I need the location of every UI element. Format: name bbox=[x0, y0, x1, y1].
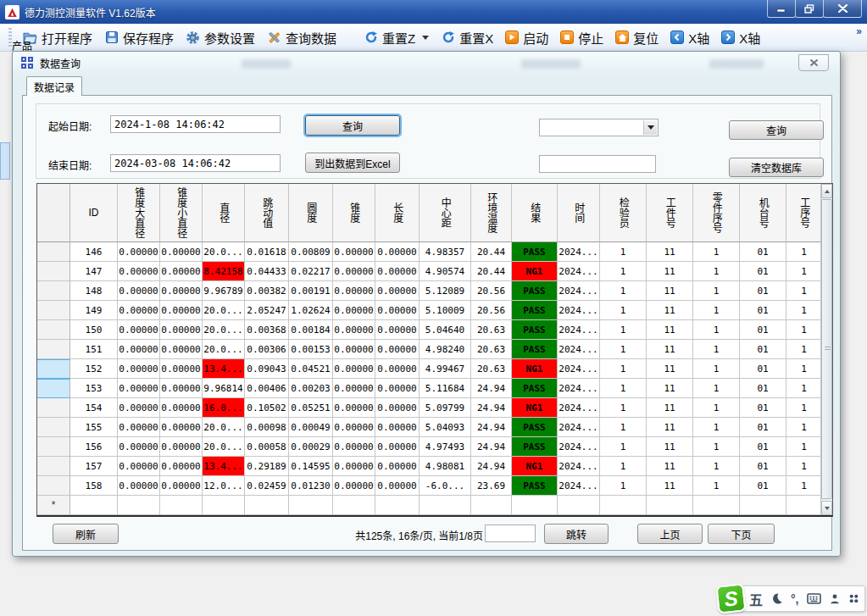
table-cell[interactable]: 11 bbox=[647, 340, 693, 359]
table-cell[interactable] bbox=[289, 496, 333, 515]
scroll-down-icon[interactable] bbox=[821, 501, 832, 515]
toolbar-xaxis-right-button[interactable]: X轴 bbox=[715, 26, 766, 49]
table-cell[interactable] bbox=[203, 496, 245, 515]
table-cell[interactable] bbox=[375, 496, 420, 515]
table-cell[interactable]: 24.94 bbox=[471, 379, 512, 398]
table-cell[interactable]: PASS bbox=[512, 340, 558, 359]
jump-button[interactable]: 跳转 bbox=[544, 524, 609, 544]
table-cell[interactable]: PASS bbox=[512, 242, 558, 262]
table-cell[interactable]: 0.00000 bbox=[375, 301, 420, 320]
table-cell[interactable]: 01 bbox=[740, 359, 786, 379]
table-cell[interactable] bbox=[558, 496, 600, 515]
toolbar-reset-z-button[interactable]: 重置Z bbox=[358, 26, 435, 49]
table-cell[interactable]: 0.00000 bbox=[375, 379, 420, 398]
clear-database-button[interactable]: 清空数据库 bbox=[729, 158, 824, 177]
column-header[interactable]: 结果 bbox=[512, 184, 558, 242]
row-selector[interactable] bbox=[37, 398, 70, 418]
scroll-up-icon[interactable] bbox=[821, 184, 832, 198]
toolbar-parameter-settings-button[interactable]: 参数设置 bbox=[180, 26, 261, 49]
row-selector[interactable] bbox=[37, 340, 70, 359]
table-cell[interactable]: 1 bbox=[693, 418, 740, 437]
table-cell[interactable]: 4.98240 bbox=[420, 340, 471, 359]
table-cell[interactable]: 24.94 bbox=[471, 457, 512, 476]
table-cell[interactable]: 0.00000 bbox=[160, 262, 203, 281]
table-cell[interactable]: 1 bbox=[786, 320, 822, 340]
table-cell[interactable]: 1 bbox=[786, 457, 822, 476]
table-cell[interactable]: PASS bbox=[512, 437, 558, 457]
table-cell[interactable]: 1 bbox=[600, 379, 647, 398]
table-cell[interactable]: 0.00000 bbox=[333, 340, 375, 359]
table-cell[interactable]: 146 bbox=[70, 242, 118, 262]
table-cell[interactable]: 01 bbox=[740, 281, 786, 301]
toolbar-start-button[interactable]: 启动 bbox=[499, 26, 554, 49]
table-cell[interactable]: 0.00000 bbox=[160, 437, 203, 457]
table-cell[interactable]: 0.00000 bbox=[160, 457, 203, 476]
table-cell[interactable]: 9.96814 bbox=[203, 379, 245, 398]
table-cell[interactable]: 158 bbox=[70, 476, 118, 496]
table-cell[interactable]: 1 bbox=[693, 379, 740, 398]
table-cell[interactable]: NG1 bbox=[512, 457, 558, 476]
table-cell[interactable]: 1 bbox=[600, 476, 647, 496]
table-cell[interactable]: 1 bbox=[693, 457, 740, 476]
punctuation-icon[interactable]: °, bbox=[791, 592, 799, 606]
table-cell[interactable]: 0.02217 bbox=[289, 262, 333, 281]
table-cell[interactable]: 2024... bbox=[558, 476, 600, 496]
row-selector[interactable] bbox=[37, 457, 70, 476]
table-cell[interactable]: 5.09799 bbox=[420, 398, 471, 418]
table-cell[interactable]: 1.02624 bbox=[289, 301, 333, 320]
table-cell[interactable]: 0.00000 bbox=[118, 281, 160, 301]
table-cell[interactable]: 0.00000 bbox=[118, 437, 160, 457]
table-cell[interactable] bbox=[160, 496, 203, 515]
toolbar-xaxis-left-button[interactable]: X轴 bbox=[664, 26, 715, 49]
filter-text-input[interactable] bbox=[539, 155, 656, 173]
table-cell[interactable]: 1 bbox=[786, 379, 822, 398]
table-cell[interactable]: 5.04093 bbox=[420, 418, 471, 437]
table-cell[interactable]: 1 bbox=[693, 359, 740, 379]
table-cell[interactable] bbox=[740, 496, 786, 515]
table-cell[interactable] bbox=[471, 496, 512, 515]
table-cell[interactable]: 11 bbox=[647, 476, 693, 496]
table-cell[interactable]: 0.09043 bbox=[245, 359, 289, 379]
row-selector[interactable] bbox=[37, 281, 70, 301]
query-button-right[interactable]: 查询 bbox=[729, 120, 824, 140]
table-cell[interactable]: 1 bbox=[693, 242, 740, 262]
toolbar-reset-x-button[interactable]: 重置X bbox=[435, 26, 499, 49]
table-cell[interactable]: 1 bbox=[786, 437, 822, 457]
table-cell[interactable]: 0.10502 bbox=[245, 398, 289, 418]
table-cell[interactable]: 154 bbox=[70, 398, 118, 418]
table-cell[interactable]: 0.00382 bbox=[245, 281, 289, 301]
prev-page-button[interactable]: 上页 bbox=[637, 524, 703, 544]
table-cell[interactable]: 0.00809 bbox=[289, 242, 333, 262]
table-cell[interactable]: 4.97493 bbox=[420, 437, 471, 457]
dropdown-caret-icon[interactable] bbox=[422, 36, 429, 40]
table-cell[interactable]: 0.00058 bbox=[245, 437, 289, 457]
table-cell[interactable]: 0.00000 bbox=[375, 437, 420, 457]
table-cell[interactable]: 155 bbox=[70, 418, 118, 437]
table-cell[interactable]: 0.00000 bbox=[375, 242, 420, 262]
toolbar-home-reset-button[interactable]: 复位 bbox=[609, 26, 664, 49]
column-header[interactable]: 环境温度 bbox=[471, 184, 512, 242]
column-header[interactable]: 锥度大直径 bbox=[118, 184, 160, 242]
row-selector[interactable] bbox=[37, 301, 70, 320]
table-cell[interactable]: 13.4... bbox=[203, 457, 245, 476]
dialog-close-button[interactable] bbox=[798, 54, 829, 71]
table-cell[interactable]: 11 bbox=[647, 379, 693, 398]
table-cell[interactable]: NG1 bbox=[512, 262, 558, 281]
table-cell[interactable]: 01 bbox=[740, 340, 786, 359]
table-cell[interactable]: 2024... bbox=[558, 262, 600, 281]
table-cell[interactable]: 20.63 bbox=[471, 340, 512, 359]
table-cell[interactable]: 156 bbox=[70, 437, 118, 457]
table-cell[interactable]: 0.00000 bbox=[375, 476, 420, 496]
table-cell[interactable]: 0.29189 bbox=[245, 457, 289, 476]
column-header[interactable]: 检验员 bbox=[600, 184, 647, 242]
table-cell[interactable]: 1 bbox=[600, 320, 647, 340]
table-cell[interactable]: 0.00049 bbox=[289, 418, 333, 437]
table-cell[interactable]: 0.00000 bbox=[333, 242, 375, 262]
column-header[interactable]: 锥度 bbox=[333, 184, 375, 242]
jump-page-input[interactable] bbox=[485, 524, 536, 542]
start-date-input[interactable] bbox=[110, 115, 281, 133]
table-cell[interactable]: 2024... bbox=[558, 340, 600, 359]
table-cell[interactable]: 150 bbox=[70, 320, 118, 340]
table-cell[interactable]: 0.00000 bbox=[160, 281, 203, 301]
column-header[interactable]: 中心距 bbox=[420, 184, 471, 242]
